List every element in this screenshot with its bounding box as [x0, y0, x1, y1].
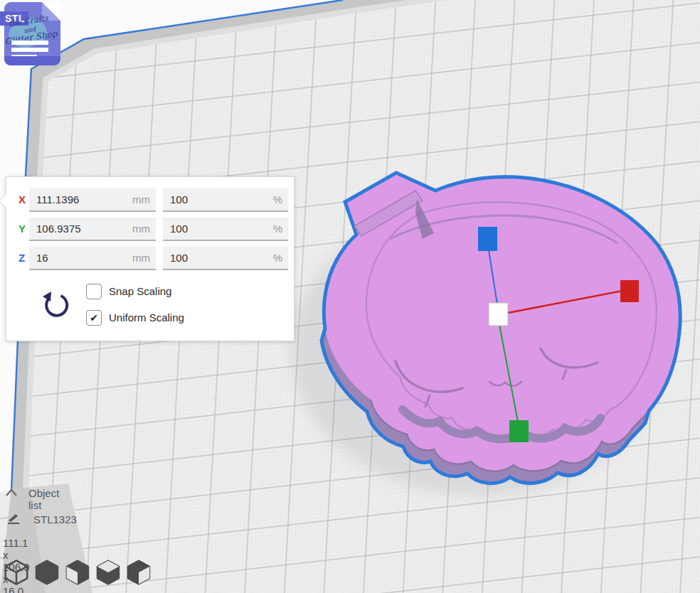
front-view-button[interactable] [35, 560, 59, 585]
cube-right-face-icon [127, 560, 151, 585]
edit-pencil-icon[interactable] [6, 511, 21, 528]
3d-view-button[interactable] [4, 560, 28, 585]
scale-handle-y[interactable] [509, 420, 529, 442]
object-list-item[interactable]: STL1323 [33, 513, 77, 525]
cube-solid-icon [35, 560, 59, 585]
snap-scaling-checkbox[interactable] [86, 284, 102, 299]
y-percent-input[interactable] [163, 218, 288, 240]
x-percent-field: % [163, 188, 288, 212]
z-size-unit: mm [132, 252, 150, 264]
scale-tool-panel: X mm % Y mm % Z mm [6, 176, 295, 341]
x-size-field: mm [29, 188, 156, 212]
uniform-scaling-label: Uniform Scaling [109, 311, 184, 324]
y-percent-unit: % [273, 223, 282, 235]
x-size-unit: mm [132, 193, 150, 205]
y-size-field: mm [29, 218, 156, 241]
stl-shop-logo: STL the Crafts and Glitter Shop [0, 0, 64, 70]
scale-row-x: X mm % [6, 188, 294, 212]
z-percent-field: % [163, 247, 288, 270]
axis-label-x: X [18, 193, 26, 205]
rotate-ccw-icon [39, 291, 69, 321]
z-percent-input[interactable] [163, 247, 288, 269]
axis-label-y: Y [18, 223, 26, 235]
cube-left-face-icon [65, 560, 90, 585]
y-percent-field: % [163, 218, 288, 241]
cube-wireframe-icon [4, 560, 28, 585]
snap-scaling-label: Snap Scaling [109, 285, 171, 297]
z-percent-unit: % [273, 252, 282, 264]
right-side-view-button[interactable] [127, 560, 151, 585]
x-percent-input[interactable] [163, 188, 288, 210]
scale-handle-uniform[interactable] [489, 303, 508, 326]
left-side-view-button[interactable] [96, 560, 120, 585]
scale-row-y: Y mm % [6, 218, 294, 241]
y-size-unit: mm [132, 223, 150, 235]
cube-top-face-icon [96, 560, 120, 585]
z-size-field: mm [29, 247, 156, 270]
view-preset-toolbar [4, 560, 151, 585]
chevron-up-icon[interactable] [4, 488, 18, 500]
x-percent-unit: % [273, 193, 282, 205]
application-window: STL the Crafts and Glitter Shop X mm % Y [0, 0, 700, 593]
uniform-scaling-checkbox[interactable]: ✔ [86, 310, 102, 326]
top-view-button[interactable] [65, 560, 90, 585]
object-list-header[interactable]: Object list [28, 487, 59, 511]
reset-scale-button[interactable] [39, 291, 69, 321]
scale-handle-x[interactable] [620, 280, 639, 302]
axis-label-z: Z [18, 252, 25, 264]
scale-row-z: Z mm % [6, 247, 294, 270]
scale-handle-z[interactable] [478, 227, 497, 251]
